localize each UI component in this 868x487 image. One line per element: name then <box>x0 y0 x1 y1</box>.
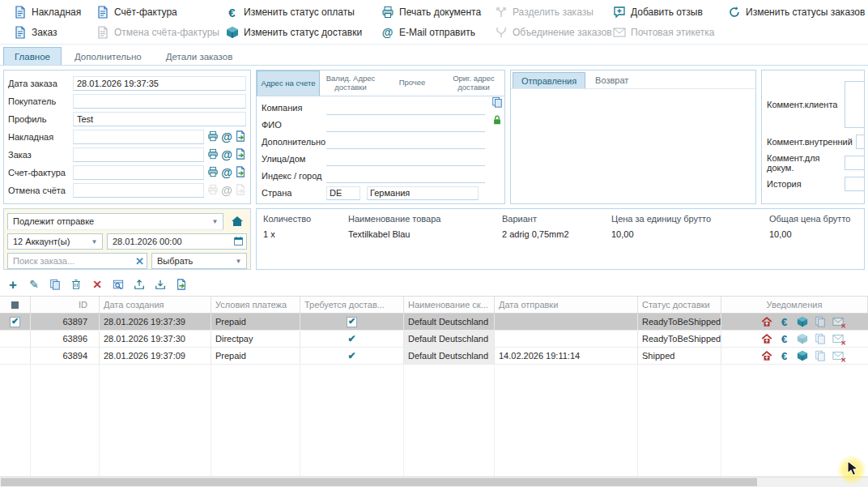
internal-comment-field[interactable] <box>856 135 865 149</box>
export-document-button[interactable] <box>172 276 191 293</box>
email-notification-icon[interactable]: ✕ <box>832 333 844 345</box>
delete-button[interactable] <box>66 276 86 293</box>
clear-search-icon[interactable]: ✕ <box>135 256 144 267</box>
print-document-button[interactable]: Печать документа <box>376 3 489 21</box>
order-search-input[interactable] <box>13 256 135 266</box>
row-select-cell[interactable] <box>0 331 31 347</box>
merge-orders-button[interactable]: Объединение заказов <box>489 23 607 41</box>
invoice-cancel-button[interactable]: Отмена счёта-фактуры <box>91 23 220 41</box>
invoice-field[interactable] <box>73 165 204 180</box>
shipment-notification-icon[interactable] <box>760 333 772 345</box>
shipment-notification-icon[interactable] <box>760 316 772 328</box>
client-comment-field[interactable] <box>845 81 865 128</box>
tab-original-shipping-address[interactable]: Ориг. адрес доставки <box>443 70 504 96</box>
table-row[interactable]: 63896 28.01.2026 19:37:30 Directpay ✔ De… <box>0 331 868 348</box>
col-header-ship-date[interactable]: Дата отправки <box>495 297 638 313</box>
invoice-cancel-field[interactable] <box>73 183 204 198</box>
street-field[interactable] <box>326 152 485 166</box>
table-row[interactable]: 63894 28.01.2026 19:37:09 Prepaid ✔ Defa… <box>0 348 868 365</box>
payment-notification-icon[interactable]: € <box>778 350 790 362</box>
home-button[interactable] <box>228 212 247 230</box>
row-checkbox[interactable] <box>10 317 20 327</box>
delivery-required-checkbox[interactable] <box>347 317 357 327</box>
row-select-cell[interactable] <box>0 314 31 330</box>
calendar-icon[interactable] <box>233 236 244 248</box>
split-orders-button[interactable]: Разделить заказы <box>489 3 607 21</box>
order-field[interactable] <box>73 147 204 162</box>
col-header-delivery-status[interactable]: Статус доставки <box>638 297 721 313</box>
package-notification-icon[interactable] <box>796 333 808 345</box>
print-invoice-icon[interactable] <box>207 166 219 179</box>
cancel-button[interactable]: ✕ <box>87 276 107 293</box>
send-email-button[interactable]: @E-Mail отправить <box>376 23 489 41</box>
email-delivery-note-icon[interactable]: @ <box>221 131 232 143</box>
country-name-field[interactable] <box>367 186 479 200</box>
country-code-field[interactable] <box>326 186 360 200</box>
email-cancel-icon[interactable]: @ <box>221 185 232 196</box>
col-header-created[interactable]: Дата создания <box>100 297 211 313</box>
tab-returns[interactable]: Возврат <box>587 72 636 88</box>
print-cancel-icon[interactable] <box>207 184 219 197</box>
email-order-icon[interactable]: @ <box>221 149 232 160</box>
add-button[interactable]: + <box>3 276 23 293</box>
copy-button[interactable] <box>45 276 65 293</box>
open-invoice-icon[interactable] <box>235 166 246 179</box>
change-delivery-status-button[interactable]: Изменить статус доставки <box>220 23 376 41</box>
tab-order-details[interactable]: Детали заказов <box>155 47 245 65</box>
row-select-cell[interactable] <box>0 348 31 364</box>
additional-field[interactable] <box>326 135 485 149</box>
print-delivery-note-icon[interactable] <box>207 130 219 143</box>
order-button[interactable]: Заказ <box>8 23 91 41</box>
status-filter-dropdown[interactable]: Подлежит отправке▼ <box>7 213 223 230</box>
package-notification-icon[interactable] <box>796 316 808 328</box>
col-header-id[interactable]: ID <box>31 297 100 313</box>
tab-additional[interactable]: Дополнительно <box>63 47 153 65</box>
scrollbar-thumb[interactable] <box>1 478 757 486</box>
history-field[interactable] <box>845 177 865 191</box>
col-header-notifications[interactable]: Уведомления <box>721 297 868 313</box>
delivery-note-field[interactable] <box>73 130 204 144</box>
col-header-payment-terms[interactable]: Условия платежа <box>211 297 300 313</box>
company-field[interactable] <box>326 101 485 115</box>
print-order-icon[interactable] <box>207 148 219 161</box>
email-notification-icon[interactable]: ✕ <box>832 316 844 328</box>
change-order-statuses-button[interactable]: Изменить статусы заказов <box>722 3 868 21</box>
zip-city-field[interactable] <box>326 169 485 183</box>
accounts-dropdown[interactable]: 12 Аккаунт(ы)▼ <box>7 233 103 250</box>
tab-shipments[interactable]: Отправления <box>513 72 585 88</box>
table-row[interactable]: 63897 28.01.2026 19:37:39 Prepaid Defaul… <box>0 314 868 331</box>
col-header-delivery-required[interactable]: Требуется достав... <box>300 297 404 313</box>
fullname-field[interactable] <box>326 118 485 132</box>
tab-valid-shipping-address[interactable]: Валид. Адрес доставки <box>320 70 381 96</box>
buyer-field[interactable] <box>73 94 246 109</box>
delivery-note-button[interactable]: Накладная <box>8 3 91 21</box>
tab-main[interactable]: Главное <box>3 47 62 65</box>
shipment-notification-icon[interactable] <box>760 350 772 362</box>
email-notification-icon[interactable]: ✕ <box>832 350 844 362</box>
copy-address-icon[interactable] <box>491 96 503 109</box>
payment-notification-icon[interactable]: € <box>778 333 790 345</box>
date-from-field[interactable]: 28.01.2026 00:00 <box>107 233 247 250</box>
tab-other[interactable]: Прочее <box>381 70 443 96</box>
open-cancel-icon[interactable] <box>235 184 246 197</box>
email-invoice-icon[interactable]: @ <box>221 167 232 178</box>
document-notification-icon[interactable] <box>814 333 826 345</box>
add-feedback-button[interactable]: Добавить отзыв <box>607 3 722 21</box>
tab-billing-address[interactable]: Адрес на счете <box>257 70 320 96</box>
open-order-icon[interactable] <box>235 148 246 161</box>
search-panel-button[interactable] <box>108 276 128 293</box>
document-comment-field[interactable] <box>845 156 865 170</box>
payment-notification-icon[interactable]: € <box>778 316 790 328</box>
col-header-warehouse[interactable]: Наименование ск... <box>404 297 495 313</box>
import-down-button[interactable] <box>151 276 170 293</box>
open-delivery-note-icon[interactable] <box>235 130 246 143</box>
document-notification-icon[interactable] <box>814 350 826 362</box>
export-up-button[interactable] <box>130 276 149 293</box>
profile-field[interactable] <box>73 112 246 126</box>
lock-icon[interactable] <box>491 114 503 127</box>
document-notification-icon[interactable] <box>814 316 826 328</box>
edit-button[interactable]: ✎ <box>24 276 44 293</box>
select-dropdown[interactable]: Выбрать▼ <box>151 253 247 269</box>
order-date-field[interactable] <box>73 76 246 91</box>
postal-label-button[interactable]: Почтовая этикетка <box>607 23 722 41</box>
